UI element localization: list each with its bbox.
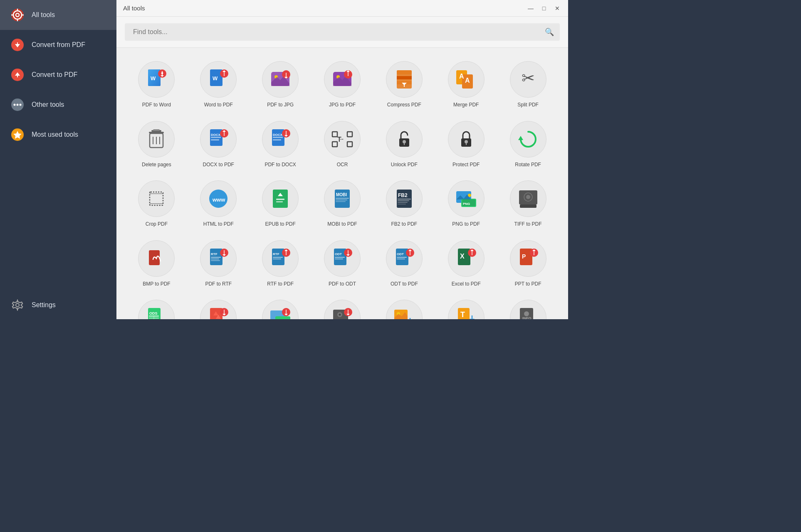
svg-point-193 [524,311,529,316]
tool-label: EPUB to PDF [265,221,295,228]
tool-fb2-to-pdf[interactable]: FB2 FB2 to PDF [374,175,434,232]
sidebar-item-most-used[interactable]: Most used tools [0,120,116,150]
settings-label: Settings [32,301,56,309]
svg-text:INFO: INFO [522,316,532,319]
tool-crop-pdf[interactable]: Crop PDF [126,175,187,232]
tool-pdf-to-docx[interactable]: DOCX PDF to DOCX [250,116,311,172]
tool-excel-to-pdf[interactable]: X Excel to PDF [436,235,496,292]
tool-delete-pages[interactable]: Delete pages [126,116,187,172]
tool-protect-pdf[interactable]: Protect PDF [436,116,496,172]
svg-rect-46 [397,76,412,79]
svg-rect-78 [332,142,337,147]
tool-mobi-to-pdf[interactable]: MOBI MOBI to PDF [312,175,373,232]
tool-pdf-to-rtf[interactable]: RTF PDF to RTF [188,235,249,292]
tool-icon-circle [386,121,423,158]
tool-html-to-pdf[interactable]: www HTML to PDF [188,175,249,232]
tool-rtf-to-pdf[interactable]: RTF RTF to PDF [250,235,311,292]
logo-icon [10,7,25,22]
sidebar-item-settings[interactable]: Settings [0,291,116,319]
svg-point-179 [339,314,341,316]
minimize-button[interactable]: — [527,4,535,12]
svg-text:FB2: FB2 [398,192,408,198]
svg-rect-97 [276,201,283,202]
svg-text:A: A [459,73,464,80]
svg-rect-96 [276,199,284,200]
tool-icon-circle [138,180,175,217]
tool-word-to-pdf[interactable]: W Word to PDF [188,56,249,113]
most-used-icon [10,127,25,142]
convert-to-pdf-icon [10,67,25,82]
svg-rect-102 [336,201,346,202]
tool-label: Compress PDF [387,102,421,108]
svg-point-14 [14,104,16,106]
convert-from-pdf-icon [10,37,25,52]
tool-extract-text[interactable]: T Extract text [436,295,496,319]
sidebar-item-convert-to-pdf[interactable]: Convert to PDF [0,60,116,90]
tool-edit-metadata[interactable]: INFO i Edit metadata [498,295,558,319]
svg-rect-131 [273,259,281,259]
svg-rect-71 [273,137,283,138]
tool-bmp-to-pdf[interactable]: BMP to PDF [126,235,187,292]
sidebar-item-convert-from-pdf[interactable]: Convert from PDF [0,30,116,60]
tool-icon-circle [324,61,361,98]
svg-rect-77 [347,132,352,137]
tool-ppt-to-pdf[interactable]: P PPT to PDF [498,235,558,292]
tool-extract-images[interactable]: Extract images [374,295,434,319]
tool-label: Crop PDF [146,221,168,228]
svg-text:ODT: ODT [335,252,342,256]
svg-text:PNG: PNG [463,202,470,206]
tool-jpg-to-pdf[interactable]: JPG to PDF [312,56,373,113]
svg-rect-130 [273,257,283,258]
tool-icon-circle: www [200,180,237,217]
svg-text:www: www [212,197,225,203]
tool-label: JPG to PDF [329,102,356,108]
svg-rect-122 [211,257,221,258]
tool-pdf-to-png[interactable]: PDF to PNG [250,295,311,319]
tool-docx-to-pdf[interactable]: DOCX DOCX to PDF [188,116,249,172]
tool-label: BMP to PDF [143,281,170,288]
tool-icon-circle: MOBI [324,180,361,217]
tool-icon-circle [510,180,546,217]
tool-icon-circle: T [324,121,361,158]
tool-ocr[interactable]: T OCR [312,116,373,172]
tool-icon-circle: ✂ [510,61,546,98]
tool-rotate-pdf[interactable]: Rotate PDF [498,116,558,172]
tool-unlock-pdf[interactable]: Unlock PDF [374,116,434,172]
tool-icon-circle [138,121,175,158]
svg-marker-88 [518,136,523,140]
search-icon: 🔍 [545,27,554,37]
tool-pdf-to-jpg[interactable]: PDF to JPG [250,56,311,113]
search-input[interactable] [125,23,560,41]
tool-merge-pdf[interactable]: A A Merge PDF [436,56,496,113]
tool-icon-circle: P [510,240,546,277]
close-button[interactable]: ✕ [553,4,561,12]
tool-tiff-to-pdf[interactable]: TIFF to PDF [498,175,558,232]
tool-icon-circle: A A [448,61,485,98]
tool-png-to-pdf[interactable]: PNG PNG to PDF [436,175,496,232]
sidebar-item-other-tools[interactable]: Other tools [0,90,116,120]
tool-label: Merge PDF [453,102,479,108]
tool-split-pdf[interactable]: ✂ Split PDF [498,56,558,113]
tool-ods-to-pdf[interactable]: ODS ODS to PDF [126,295,187,319]
tool-compress-pdf[interactable]: Compress PDF [374,56,434,113]
tool-icon-circle: FB2 [386,180,423,217]
svg-rect-101 [336,200,347,200]
sidebar-item-all-tools[interactable]: All tools [0,0,116,30]
tool-epub-to-pdf[interactable]: EPUB to PDF [250,175,311,232]
main-content: All tools — □ ✕ 🔍 W [116,0,568,319]
tool-label: Rotate PDF [515,162,541,168]
maximize-button[interactable]: □ [540,4,548,12]
tool-pdf-to-odt[interactable]: ODT PDF to ODT [312,235,373,292]
tool-icon-circle [386,300,423,319]
window-controls: — □ ✕ [527,4,561,12]
tool-icon-circle: X [448,240,485,277]
tool-icon-circle [262,300,299,319]
tool-pdf-to-tiff[interactable]: PDF to TIFF [312,295,373,319]
tool-label: TIFF to PDF [514,221,542,228]
tool-odt-to-pdf[interactable]: ODT ODT to PDF [374,235,434,292]
svg-rect-100 [336,198,349,199]
tool-pdf-to-word[interactable]: W PDF to Word [126,56,187,113]
tool-icon-circle [138,240,175,277]
tool-pdf-to-bmp[interactable]: PDF to BMP [188,295,249,319]
svg-text:ODS: ODS [149,311,158,315]
